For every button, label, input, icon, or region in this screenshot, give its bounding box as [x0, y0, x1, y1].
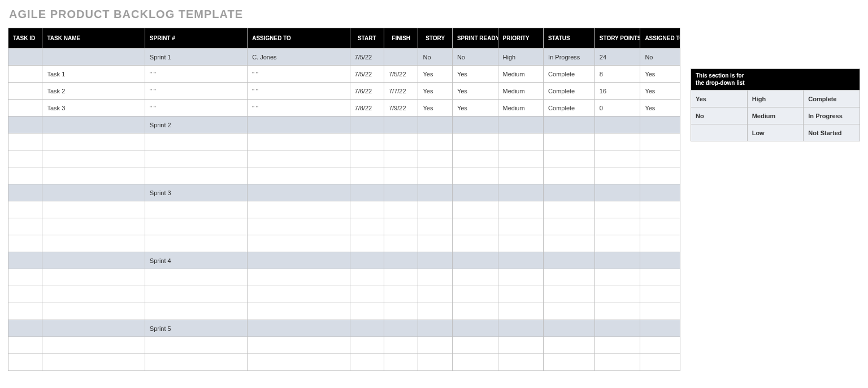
- cell[interactable]: " ": [248, 100, 350, 117]
- cell[interactable]: [145, 354, 247, 371]
- cell[interactable]: [640, 303, 680, 320]
- cell[interactable]: [640, 286, 680, 303]
- cell[interactable]: [8, 269, 42, 286]
- cell[interactable]: [594, 337, 640, 354]
- cell[interactable]: " ": [145, 100, 247, 117]
- cell[interactable]: [498, 133, 544, 150]
- cell[interactable]: [452, 320, 498, 337]
- cell[interactable]: [498, 320, 544, 337]
- cell[interactable]: [594, 354, 640, 371]
- cell[interactable]: [452, 252, 498, 269]
- cell[interactable]: [384, 150, 418, 167]
- cell[interactable]: [248, 303, 350, 320]
- cell[interactable]: Yes: [452, 66, 498, 83]
- cell[interactable]: [418, 303, 452, 320]
- cell[interactable]: Medium: [498, 100, 544, 117]
- cell[interactable]: [384, 201, 418, 218]
- cell[interactable]: [42, 201, 145, 218]
- cell[interactable]: [594, 269, 640, 286]
- cell[interactable]: [498, 117, 544, 133]
- cell[interactable]: [145, 286, 247, 303]
- cell[interactable]: [248, 184, 350, 201]
- cell[interactable]: [384, 167, 418, 184]
- cell[interactable]: [248, 252, 350, 269]
- cell[interactable]: [418, 269, 452, 286]
- cell[interactable]: [498, 269, 544, 286]
- cell[interactable]: [145, 235, 247, 252]
- cell[interactable]: [42, 286, 145, 303]
- cell[interactable]: [640, 320, 680, 337]
- cell[interactable]: " ": [248, 83, 350, 100]
- cell[interactable]: [248, 235, 350, 252]
- cell[interactable]: [384, 252, 418, 269]
- cell[interactable]: [594, 201, 640, 218]
- cell[interactable]: [640, 150, 680, 167]
- cell[interactable]: [640, 133, 680, 150]
- cell[interactable]: [42, 218, 145, 235]
- cell[interactable]: [350, 354, 384, 371]
- cell[interactable]: 8: [594, 66, 640, 83]
- cell[interactable]: [640, 167, 680, 184]
- cell[interactable]: [498, 218, 544, 235]
- cell[interactable]: Yes: [418, 66, 452, 83]
- cell[interactable]: [248, 150, 350, 167]
- cell[interactable]: [8, 117, 42, 133]
- cell[interactable]: Yes: [418, 100, 452, 117]
- cell[interactable]: [248, 133, 350, 150]
- cell[interactable]: [594, 320, 640, 337]
- cell[interactable]: [42, 49, 145, 66]
- cell[interactable]: [8, 286, 42, 303]
- cell[interactable]: [640, 184, 680, 201]
- cell[interactable]: [418, 133, 452, 150]
- cell[interactable]: [640, 269, 680, 286]
- cell[interactable]: [640, 235, 680, 252]
- cell[interactable]: C. Jones: [248, 49, 350, 66]
- cell[interactable]: [498, 337, 544, 354]
- cell[interactable]: [42, 269, 145, 286]
- cell[interactable]: [544, 269, 595, 286]
- cell[interactable]: [452, 218, 498, 235]
- cell[interactable]: High: [498, 49, 544, 66]
- cell[interactable]: [498, 201, 544, 218]
- cell[interactable]: [384, 184, 418, 201]
- cell[interactable]: [248, 269, 350, 286]
- cell[interactable]: Yes: [452, 100, 498, 117]
- cell[interactable]: [498, 184, 544, 201]
- cell[interactable]: Yes: [418, 83, 452, 100]
- cell[interactable]: [640, 218, 680, 235]
- cell[interactable]: [418, 286, 452, 303]
- cell[interactable]: No: [452, 49, 498, 66]
- cell[interactable]: [8, 66, 42, 83]
- cell[interactable]: 7/6/22: [350, 83, 384, 100]
- cell[interactable]: [350, 218, 384, 235]
- cell[interactable]: 7/5/22: [350, 49, 384, 66]
- cell[interactable]: [418, 354, 452, 371]
- cell[interactable]: [452, 269, 498, 286]
- cell[interactable]: [544, 117, 595, 133]
- cell[interactable]: 7/5/22: [350, 66, 384, 83]
- cell[interactable]: [384, 337, 418, 354]
- cell[interactable]: [248, 354, 350, 371]
- cell[interactable]: Sprint 3: [145, 184, 247, 201]
- cell[interactable]: [418, 167, 452, 184]
- cell[interactable]: [42, 117, 145, 133]
- cell[interactable]: [594, 218, 640, 235]
- cell[interactable]: 0: [594, 100, 640, 117]
- cell[interactable]: [418, 218, 452, 235]
- cell[interactable]: [145, 218, 247, 235]
- cell[interactable]: [544, 303, 595, 320]
- cell[interactable]: [384, 269, 418, 286]
- cell[interactable]: [594, 303, 640, 320]
- cell[interactable]: [384, 286, 418, 303]
- cell[interactable]: [544, 252, 595, 269]
- cell[interactable]: [350, 150, 384, 167]
- cell[interactable]: [498, 167, 544, 184]
- cell[interactable]: [594, 286, 640, 303]
- cell[interactable]: [384, 303, 418, 320]
- cell[interactable]: Sprint 4: [145, 252, 247, 269]
- cell[interactable]: [418, 150, 452, 167]
- cell[interactable]: No: [640, 49, 680, 66]
- cell[interactable]: In Progress: [544, 49, 595, 66]
- cell[interactable]: Task 1: [42, 66, 145, 83]
- cell[interactable]: [418, 235, 452, 252]
